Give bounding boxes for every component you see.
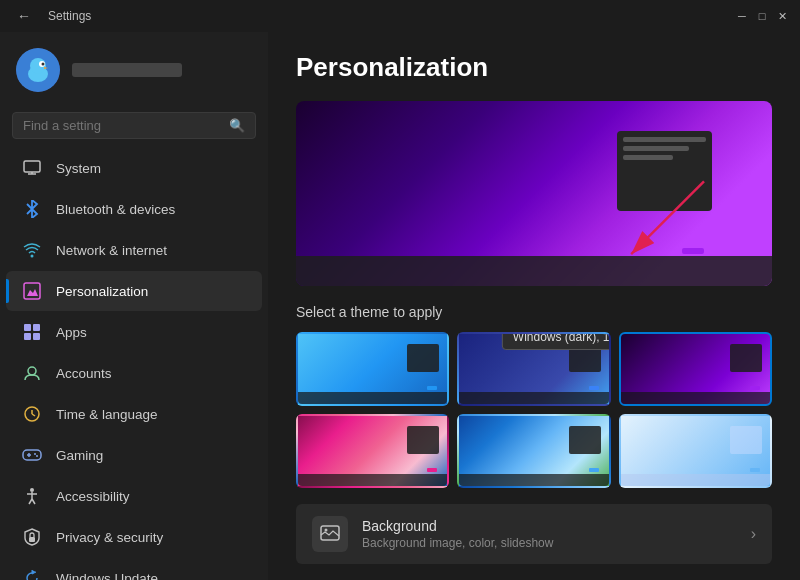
theme-taskbar-5 [459,474,608,486]
sidebar-item-gaming-label: Gaming [56,448,103,463]
sidebar-item-system-label: System [56,161,101,176]
background-row-title: Background [362,518,751,534]
background-row[interactable]: Background Background image, color, slid… [296,504,772,564]
svg-rect-6 [24,161,40,172]
sidebar-item-accounts-label: Accounts [56,366,112,381]
accessibility-icon [22,486,42,506]
svg-rect-12 [33,324,40,331]
sidebar-item-time-label: Time & language [56,407,158,422]
minimize-button[interactable]: ─ [734,10,750,22]
theme-floral[interactable] [296,414,449,488]
privacy-icon [22,527,42,547]
theme-preview [296,101,772,286]
personalization-icon [22,281,42,301]
preview-taskbar [296,256,772,286]
svg-point-22 [34,453,36,455]
apps-icon [22,322,42,342]
sidebar-item-update-label: Windows Update [56,571,158,581]
sidebar-nav: System Bluetooth & devices [0,147,268,580]
preview-accent [682,248,704,254]
svg-point-4 [42,63,45,66]
theme-taskbar-1 [298,392,447,404]
sidebar-item-apps[interactable]: Apps [6,312,262,352]
theme-glow[interactable] [619,414,772,488]
themes-grid: Windows (dark), 1 images [296,332,772,488]
theme-win11-purple[interactable] [619,332,772,406]
background-row-subtitle: Background image, color, slideshow [362,536,751,550]
theme-mini-window-4 [407,426,439,454]
search-input-wrap[interactable]: 🔍 [12,112,256,139]
background-row-text: Background Background image, color, slid… [362,518,751,550]
svg-point-23 [36,455,38,457]
theme-win11-dark[interactable]: Windows (dark), 1 images [457,332,610,406]
theme-taskbar-3 [621,392,770,404]
svg-rect-10 [24,283,40,299]
update-icon [22,568,42,580]
sidebar-item-network-label: Network & internet [56,243,167,258]
svg-point-24 [30,488,34,492]
sidebar: 🔍 System [0,32,268,580]
svg-rect-14 [33,333,40,340]
main-content: Personalization Select a theme to ap [268,32,800,580]
sidebar-item-accounts[interactable]: Accounts [6,353,262,393]
page-title: Personalization [296,52,772,83]
sidebar-item-personalization[interactable]: Personalization [6,271,262,311]
svg-rect-29 [29,537,35,542]
preview-window [617,131,712,211]
sidebar-item-gaming[interactable]: Gaming [6,435,262,475]
svg-point-9 [31,255,34,258]
sidebar-item-privacy[interactable]: Privacy & security [6,517,262,557]
preview-line-1 [623,137,706,142]
gaming-icon [22,445,42,465]
sidebar-item-accessibility[interactable]: Accessibility [6,476,262,516]
svg-rect-11 [24,324,31,331]
theme-captured[interactable] [457,414,610,488]
svg-point-15 [28,367,36,375]
preview-line-2 [623,146,689,151]
maximize-button[interactable]: □ [754,10,770,22]
theme-mini-window-1 [407,344,439,372]
sidebar-item-time[interactable]: Time & language [6,394,262,434]
back-button[interactable]: ← [10,2,38,30]
network-icon [22,240,42,260]
theme-accent-1 [427,386,437,390]
avatar [16,48,60,92]
section-label: Select a theme to apply [296,304,772,320]
theme-accent-5 [589,468,599,472]
theme-accent-4 [427,468,437,472]
user-profile[interactable] [0,40,268,108]
sidebar-item-system[interactable]: System [6,148,262,188]
titlebar-left: ← Settings [10,2,91,30]
search-input[interactable] [23,118,221,133]
theme-taskbar-6 [621,474,770,486]
sidebar-item-bluetooth-label: Bluetooth & devices [56,202,175,217]
username-bar [72,63,182,77]
svg-rect-19 [23,450,41,460]
preview-line-3 [623,155,673,160]
sidebar-item-bluetooth[interactable]: Bluetooth & devices [6,189,262,229]
accounts-icon [22,363,42,383]
background-row-icon [312,516,348,552]
svg-line-27 [29,499,32,504]
sidebar-item-privacy-label: Privacy & security [56,530,163,545]
theme-accent-3 [750,386,760,390]
app-title: Settings [48,9,91,23]
sidebar-item-update[interactable]: Windows Update [6,558,262,580]
time-icon [22,404,42,424]
theme-accent-6 [750,468,760,472]
search-container: 🔍 [0,108,268,147]
sidebar-item-network[interactable]: Network & internet [6,230,262,270]
titlebar: ← Settings ─ □ ✕ [0,0,800,32]
sidebar-item-apps-label: Apps [56,325,87,340]
svg-rect-13 [24,333,31,340]
app-container: 🔍 System [0,32,800,580]
close-button[interactable]: ✕ [774,10,790,22]
theme-taskbar-2 [459,392,608,404]
theme-win11-light[interactable] [296,332,449,406]
titlebar-controls: ─ □ ✕ [734,10,790,22]
system-icon [22,158,42,178]
theme-taskbar-4 [298,474,447,486]
bluetooth-icon [22,199,42,219]
sidebar-item-personalization-label: Personalization [56,284,148,299]
search-icon: 🔍 [229,118,245,133]
